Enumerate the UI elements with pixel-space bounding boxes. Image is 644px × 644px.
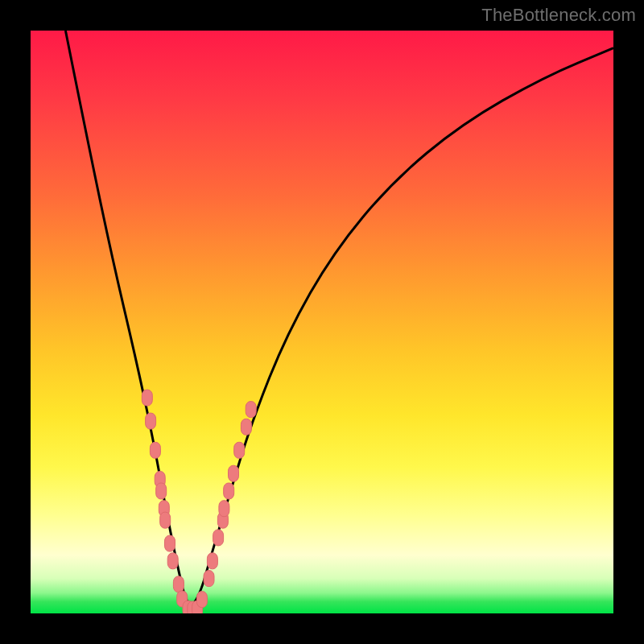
marker <box>219 501 229 517</box>
marker <box>165 535 175 551</box>
watermark-text: TheBottleneck.com <box>481 5 636 26</box>
marker-layer <box>142 390 256 613</box>
marker <box>241 419 251 435</box>
marker <box>213 530 224 546</box>
marker <box>196 592 207 608</box>
marker <box>207 553 217 569</box>
marker <box>160 512 171 528</box>
marker <box>229 465 239 481</box>
marker <box>173 576 184 592</box>
marker <box>224 483 234 499</box>
marker <box>234 442 245 458</box>
marker <box>156 483 167 499</box>
marker <box>246 402 256 418</box>
chart-svg <box>31 31 613 613</box>
marker <box>146 413 156 429</box>
curve-layer <box>65 31 613 605</box>
bottleneck-curve-path <box>65 31 613 605</box>
outer-frame: TheBottleneck.com <box>0 0 644 644</box>
marker <box>142 390 152 406</box>
marker <box>167 553 178 569</box>
plot-area <box>31 31 613 613</box>
marker <box>204 571 214 587</box>
marker <box>150 442 160 458</box>
